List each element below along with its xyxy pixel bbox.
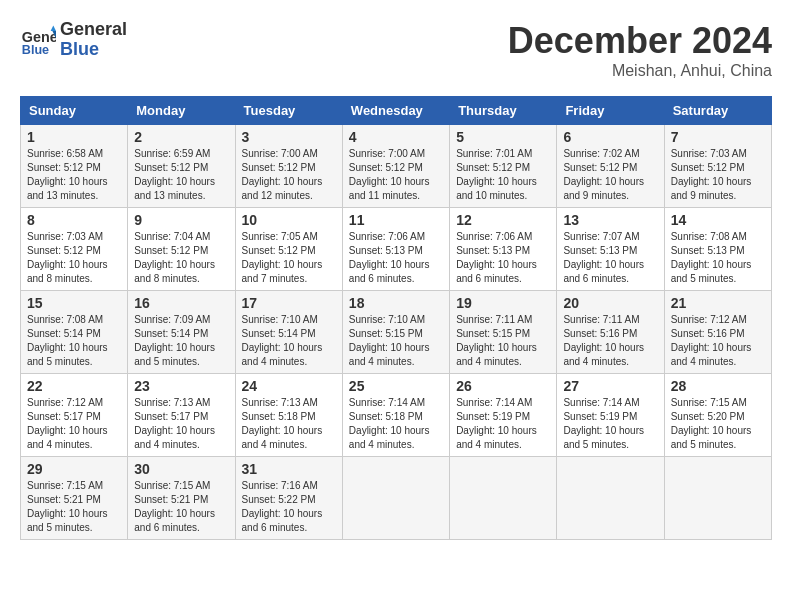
day-info: Sunrise: 7:00 AMSunset: 5:12 PMDaylight:…: [242, 147, 336, 203]
calendar-cell: 24 Sunrise: 7:13 AMSunset: 5:18 PMDaylig…: [235, 374, 342, 457]
day-number: 8: [27, 212, 121, 228]
calendar-cell: 13 Sunrise: 7:07 AMSunset: 5:13 PMDaylig…: [557, 208, 664, 291]
calendar-cell: 23 Sunrise: 7:13 AMSunset: 5:17 PMDaylig…: [128, 374, 235, 457]
calendar-week-5: 29 Sunrise: 7:15 AMSunset: 5:21 PMDaylig…: [21, 457, 772, 540]
calendar-cell: [664, 457, 771, 540]
calendar-cell: 3 Sunrise: 7:00 AMSunset: 5:12 PMDayligh…: [235, 125, 342, 208]
day-info: Sunrise: 7:02 AMSunset: 5:12 PMDaylight:…: [563, 147, 657, 203]
day-number: 22: [27, 378, 121, 394]
day-number: 16: [134, 295, 228, 311]
day-info: Sunrise: 7:12 AMSunset: 5:16 PMDaylight:…: [671, 313, 765, 369]
calendar-cell: 29 Sunrise: 7:15 AMSunset: 5:21 PMDaylig…: [21, 457, 128, 540]
calendar-week-1: 1 Sunrise: 6:58 AMSunset: 5:12 PMDayligh…: [21, 125, 772, 208]
day-info: Sunrise: 7:11 AMSunset: 5:16 PMDaylight:…: [563, 313, 657, 369]
calendar-cell: 15 Sunrise: 7:08 AMSunset: 5:14 PMDaylig…: [21, 291, 128, 374]
day-info: Sunrise: 7:05 AMSunset: 5:12 PMDaylight:…: [242, 230, 336, 286]
weekday-header-sunday: Sunday: [21, 97, 128, 125]
calendar-cell: 6 Sunrise: 7:02 AMSunset: 5:12 PMDayligh…: [557, 125, 664, 208]
calendar-week-3: 15 Sunrise: 7:08 AMSunset: 5:14 PMDaylig…: [21, 291, 772, 374]
day-info: Sunrise: 7:04 AMSunset: 5:12 PMDaylight:…: [134, 230, 228, 286]
day-info: Sunrise: 7:08 AMSunset: 5:14 PMDaylight:…: [27, 313, 121, 369]
day-number: 28: [671, 378, 765, 394]
day-info: Sunrise: 7:03 AMSunset: 5:12 PMDaylight:…: [27, 230, 121, 286]
logo-icon: General Blue: [20, 22, 56, 58]
svg-text:General: General: [22, 29, 56, 45]
calendar-cell: 26 Sunrise: 7:14 AMSunset: 5:19 PMDaylig…: [450, 374, 557, 457]
day-number: 24: [242, 378, 336, 394]
day-info: Sunrise: 7:09 AMSunset: 5:14 PMDaylight:…: [134, 313, 228, 369]
calendar-cell: 27 Sunrise: 7:14 AMSunset: 5:19 PMDaylig…: [557, 374, 664, 457]
calendar-cell: 28 Sunrise: 7:15 AMSunset: 5:20 PMDaylig…: [664, 374, 771, 457]
weekday-header-friday: Friday: [557, 97, 664, 125]
day-number: 30: [134, 461, 228, 477]
day-number: 25: [349, 378, 443, 394]
calendar-cell: 4 Sunrise: 7:00 AMSunset: 5:12 PMDayligh…: [342, 125, 449, 208]
day-info: Sunrise: 7:10 AMSunset: 5:14 PMDaylight:…: [242, 313, 336, 369]
calendar-cell: 18 Sunrise: 7:10 AMSunset: 5:15 PMDaylig…: [342, 291, 449, 374]
month-title: December 2024: [508, 20, 772, 62]
day-number: 20: [563, 295, 657, 311]
svg-text:Blue: Blue: [22, 43, 49, 57]
day-info: Sunrise: 7:12 AMSunset: 5:17 PMDaylight:…: [27, 396, 121, 452]
day-number: 7: [671, 129, 765, 145]
weekday-header-wednesday: Wednesday: [342, 97, 449, 125]
weekday-header-monday: Monday: [128, 97, 235, 125]
calendar-cell: 12 Sunrise: 7:06 AMSunset: 5:13 PMDaylig…: [450, 208, 557, 291]
day-info: Sunrise: 7:14 AMSunset: 5:19 PMDaylight:…: [563, 396, 657, 452]
day-number: 14: [671, 212, 765, 228]
day-number: 23: [134, 378, 228, 394]
day-number: 11: [349, 212, 443, 228]
day-number: 3: [242, 129, 336, 145]
day-info: Sunrise: 7:11 AMSunset: 5:15 PMDaylight:…: [456, 313, 550, 369]
calendar-cell: 1 Sunrise: 6:58 AMSunset: 5:12 PMDayligh…: [21, 125, 128, 208]
calendar-cell: [342, 457, 449, 540]
day-info: Sunrise: 7:08 AMSunset: 5:13 PMDaylight:…: [671, 230, 765, 286]
calendar-cell: 17 Sunrise: 7:10 AMSunset: 5:14 PMDaylig…: [235, 291, 342, 374]
calendar-cell: 21 Sunrise: 7:12 AMSunset: 5:16 PMDaylig…: [664, 291, 771, 374]
calendar-cell: [557, 457, 664, 540]
day-info: Sunrise: 7:14 AMSunset: 5:19 PMDaylight:…: [456, 396, 550, 452]
day-info: Sunrise: 7:01 AMSunset: 5:12 PMDaylight:…: [456, 147, 550, 203]
day-number: 18: [349, 295, 443, 311]
calendar-cell: 7 Sunrise: 7:03 AMSunset: 5:12 PMDayligh…: [664, 125, 771, 208]
calendar-cell: [450, 457, 557, 540]
calendar-cell: 30 Sunrise: 7:15 AMSunset: 5:21 PMDaylig…: [128, 457, 235, 540]
calendar-table: SundayMondayTuesdayWednesdayThursdayFrid…: [20, 96, 772, 540]
page-header: General Blue General Blue December 2024 …: [20, 20, 772, 80]
day-info: Sunrise: 7:03 AMSunset: 5:12 PMDaylight:…: [671, 147, 765, 203]
day-info: Sunrise: 7:00 AMSunset: 5:12 PMDaylight:…: [349, 147, 443, 203]
day-number: 13: [563, 212, 657, 228]
calendar-week-4: 22 Sunrise: 7:12 AMSunset: 5:17 PMDaylig…: [21, 374, 772, 457]
day-number: 10: [242, 212, 336, 228]
calendar-cell: 22 Sunrise: 7:12 AMSunset: 5:17 PMDaylig…: [21, 374, 128, 457]
calendar-cell: 14 Sunrise: 7:08 AMSunset: 5:13 PMDaylig…: [664, 208, 771, 291]
location: Meishan, Anhui, China: [508, 62, 772, 80]
day-info: Sunrise: 7:14 AMSunset: 5:18 PMDaylight:…: [349, 396, 443, 452]
day-info: Sunrise: 7:06 AMSunset: 5:13 PMDaylight:…: [349, 230, 443, 286]
day-number: 5: [456, 129, 550, 145]
calendar-cell: 10 Sunrise: 7:05 AMSunset: 5:12 PMDaylig…: [235, 208, 342, 291]
day-info: Sunrise: 7:07 AMSunset: 5:13 PMDaylight:…: [563, 230, 657, 286]
day-info: Sunrise: 7:10 AMSunset: 5:15 PMDaylight:…: [349, 313, 443, 369]
calendar-cell: 20 Sunrise: 7:11 AMSunset: 5:16 PMDaylig…: [557, 291, 664, 374]
title-section: December 2024 Meishan, Anhui, China: [508, 20, 772, 80]
weekday-header-saturday: Saturday: [664, 97, 771, 125]
day-number: 9: [134, 212, 228, 228]
day-number: 17: [242, 295, 336, 311]
day-number: 15: [27, 295, 121, 311]
calendar-cell: 5 Sunrise: 7:01 AMSunset: 5:12 PMDayligh…: [450, 125, 557, 208]
day-number: 19: [456, 295, 550, 311]
logo: General Blue General Blue: [20, 20, 127, 60]
day-info: Sunrise: 7:13 AMSunset: 5:17 PMDaylight:…: [134, 396, 228, 452]
day-number: 31: [242, 461, 336, 477]
calendar-cell: 31 Sunrise: 7:16 AMSunset: 5:22 PMDaylig…: [235, 457, 342, 540]
day-number: 6: [563, 129, 657, 145]
calendar-cell: 25 Sunrise: 7:14 AMSunset: 5:18 PMDaylig…: [342, 374, 449, 457]
day-number: 2: [134, 129, 228, 145]
weekday-header-thursday: Thursday: [450, 97, 557, 125]
day-number: 29: [27, 461, 121, 477]
day-number: 1: [27, 129, 121, 145]
day-info: Sunrise: 7:15 AMSunset: 5:21 PMDaylight:…: [27, 479, 121, 535]
day-number: 4: [349, 129, 443, 145]
day-number: 26: [456, 378, 550, 394]
